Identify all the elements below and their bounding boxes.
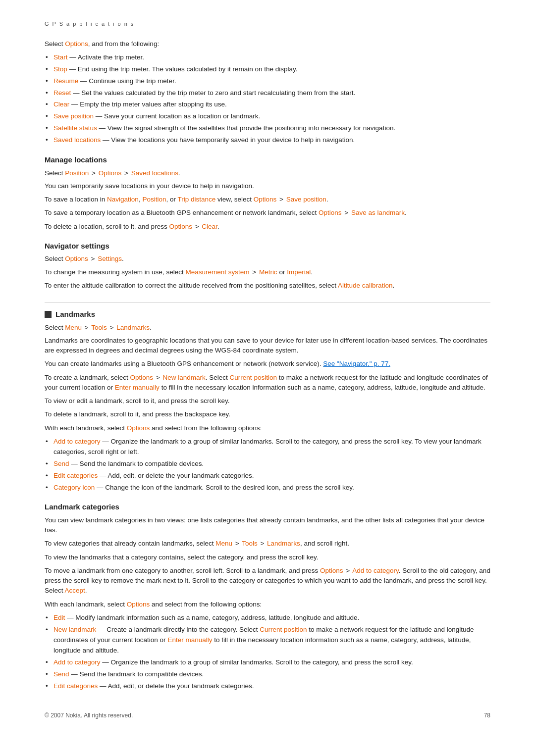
position-link2[interactable]: Position <box>142 196 166 203</box>
options-link-ml3[interactable]: Options <box>319 209 342 216</box>
manage-para-1: You can temporarily save locations in yo… <box>45 181 490 191</box>
options-link-lm2[interactable]: Options <box>127 424 150 432</box>
reset-link[interactable]: Reset <box>54 89 71 97</box>
options-link-ns[interactable]: Options <box>65 255 88 262</box>
landmarks-para-4: To view or edit a landmark, scroll to it… <box>45 396 490 406</box>
save-position-link2[interactable]: Save position <box>286 196 326 203</box>
menu-link[interactable]: Menu <box>65 324 82 331</box>
saved-locations-link-ml[interactable]: Saved locations <box>131 169 178 177</box>
navigator-settings-heading: Navigator settings <box>45 241 490 252</box>
enter-manually-link[interactable]: Enter manually <box>115 384 160 391</box>
metric-link[interactable]: Metric <box>259 268 277 276</box>
enter-manually-link2[interactable]: Enter manually <box>167 636 212 644</box>
see-navigator-link[interactable]: See "Navigator," p. 77. <box>323 360 390 367</box>
new-landmark-link[interactable]: New landmark <box>163 374 206 381</box>
add-to-category-link[interactable]: Add to category <box>54 438 101 445</box>
current-position-link[interactable]: Current position <box>230 374 277 381</box>
clear-link[interactable]: Clear <box>54 101 69 108</box>
list-item: Satellite status — View the signal stren… <box>45 123 490 134</box>
lc-para-1: You can view landmark categories in two … <box>45 515 490 536</box>
list-item: Start — Activate the trip meter. <box>45 52 490 63</box>
options-link-ml[interactable]: Options <box>99 169 122 177</box>
list-item: Saved locations — View the locations you… <box>45 135 490 146</box>
position-link[interactable]: Position <box>65 169 89 177</box>
edit-link[interactable]: Edit <box>54 614 65 621</box>
accept-link[interactable]: Accept <box>65 587 85 594</box>
landmarks-section: Landmarks Select Menu > Tools > Landmark… <box>45 302 490 493</box>
landmark-categories-heading: Landmark categories <box>45 502 490 513</box>
page-number: 78 <box>484 711 490 720</box>
trip-distance-link[interactable]: Trip distance <box>177 196 215 203</box>
menu-link2[interactable]: Menu <box>215 540 232 547</box>
manage-para-2: To save a location in Navigation, Positi… <box>45 195 490 204</box>
lc-para-4: To move a landmark from one category to … <box>45 566 490 596</box>
list-item: Edit categories — Add, edit, or delete t… <box>45 681 490 692</box>
settings-link[interactable]: Settings <box>98 255 122 262</box>
imperial-link[interactable]: Imperial <box>287 268 311 276</box>
intro-select-text: Select <box>45 40 65 48</box>
stop-link[interactable]: Stop <box>54 65 67 73</box>
edit-categories-link2[interactable]: Edit categories <box>54 682 98 690</box>
manage-para-4: To delete a location, scroll to it, and … <box>45 222 490 232</box>
list-item: Clear — Empty the trip meter values afte… <box>45 100 490 110</box>
navigator-breadcrumb: Select Options > Settings. <box>45 254 490 264</box>
list-item: Edit — Modify landmark information such … <box>45 613 490 623</box>
lc-para-3: To view the landmarks that a category co… <box>45 553 490 562</box>
list-item: Reset — Set the values calculated by the… <box>45 88 490 99</box>
save-position-link[interactable]: Save position <box>54 112 94 120</box>
list-item: Edit categories — Add, edit, or delete t… <box>45 471 490 481</box>
page-footer: © 2007 Nokia. All rights reserved. 78 <box>45 711 490 720</box>
landmarks-heading: Landmarks <box>45 302 490 320</box>
list-item: Save position — Save your current locati… <box>45 111 490 122</box>
lc-para-2: To view categories that already contain … <box>45 539 490 549</box>
add-to-category-link2[interactable]: Add to category <box>352 567 399 574</box>
add-to-category-link3[interactable]: Add to category <box>54 658 101 666</box>
measurement-system-link[interactable]: Measurement system <box>185 268 249 276</box>
landmarks-para-6: With each landmark, select Options and s… <box>45 423 490 433</box>
options-link-lc1[interactable]: Options <box>320 567 343 574</box>
navigation-link[interactable]: Navigation <box>107 196 139 203</box>
altitude-calibration-link[interactable]: Altitude calibration <box>338 282 392 289</box>
options-link-ml2[interactable]: Options <box>254 196 277 203</box>
options-link-lm1[interactable]: Options <box>130 374 154 381</box>
send-link2[interactable]: Send <box>54 670 69 678</box>
navigator-para-1: To change the measuring system in use, s… <box>45 267 490 277</box>
intro-paragraph: Select Options, and from the following: <box>45 39 490 49</box>
navigator-settings-section: Navigator settings Select Options > Sett… <box>45 241 490 291</box>
save-as-landmark-link[interactable]: Save as landmark <box>351 209 405 216</box>
list-item: New landmark — Create a landmark directl… <box>45 625 490 656</box>
category-icon-link[interactable]: Category icon <box>54 484 95 491</box>
intro-after-options: , and from the following: <box>88 40 159 48</box>
manage-para-3: To save a temporary location as a Blueto… <box>45 208 490 218</box>
options-link-lc2[interactable]: Options <box>127 601 150 608</box>
trip-meter-bullet-list: Start — Activate the trip meter. Stop — … <box>45 52 490 146</box>
manage-locations-breadcrumb: Select Position > Options > Saved locati… <box>45 168 490 178</box>
landmarks-para-5: To delete a landmark, scroll to it, and … <box>45 409 490 419</box>
list-item: Category icon — Change the icon of the l… <box>45 483 490 493</box>
saved-locations-link[interactable]: Saved locations <box>54 136 101 144</box>
landmarks-bullet-list: Add to category — Organize the landmark … <box>45 437 490 493</box>
copyright-text: © 2007 Nokia. All rights reserved. <box>45 711 133 720</box>
landmark-categories-bullet-list: Edit — Modify landmark information such … <box>45 613 490 691</box>
landmarks-para-3: To create a landmark, select Options > N… <box>45 373 490 393</box>
list-item: Stop — End using the trip meter. The val… <box>45 64 490 75</box>
list-item: Send — Send the landmark to compatible d… <box>45 669 490 680</box>
satellite-status-link[interactable]: Satellite status <box>54 124 97 132</box>
landmarks-link2[interactable]: Landmarks <box>267 540 300 547</box>
tools-link[interactable]: Tools <box>91 324 107 331</box>
clear-link2[interactable]: Clear <box>202 223 217 230</box>
edit-categories-link[interactable]: Edit categories <box>54 472 98 479</box>
tools-link2[interactable]: Tools <box>242 540 258 547</box>
options-link-intro[interactable]: Options <box>65 40 88 48</box>
manage-locations-section: Manage locations Select Position > Optio… <box>45 154 490 232</box>
send-link[interactable]: Send <box>54 460 69 467</box>
resume-link[interactable]: Resume <box>54 77 78 85</box>
new-landmark-link2[interactable]: New landmark <box>54 626 96 633</box>
landmark-categories-section: Landmark categories You can view landmar… <box>45 502 490 691</box>
landmarks-link[interactable]: Landmarks <box>116 324 150 331</box>
manage-locations-heading: Manage locations <box>45 154 490 166</box>
current-position-link2[interactable]: Current position <box>260 626 307 633</box>
options-link-ml4[interactable]: Options <box>169 223 192 230</box>
start-link[interactable]: Start <box>54 53 68 61</box>
block-icon <box>45 311 52 318</box>
